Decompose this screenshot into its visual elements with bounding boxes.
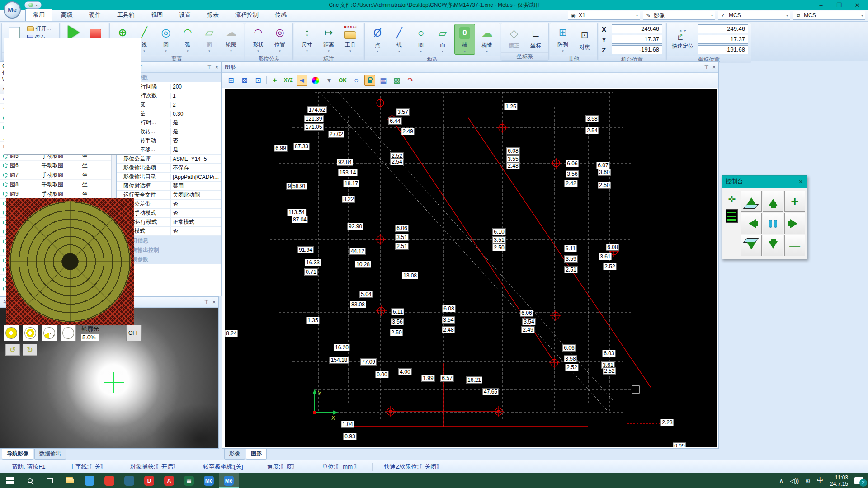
tab-流程控制[interactable]: 流程控制 bbox=[227, 9, 266, 21]
xyz-icon[interactable]: XYZ bbox=[283, 75, 294, 86]
property-value[interactable]: 不保存 bbox=[170, 164, 221, 172]
构造-线-button[interactable]: ╱线▾ bbox=[389, 24, 409, 54]
notification-icon[interactable]: 2 bbox=[854, 477, 863, 484]
其他-对焦-button[interactable]: ⊡对焦 bbox=[575, 26, 594, 52]
metus-icon-active[interactable]: Me bbox=[219, 473, 239, 488]
tree-row-圆9[interactable]: 圆9手动取圆坐 bbox=[0, 189, 116, 199]
app-dark-icon[interactable] bbox=[119, 473, 139, 488]
tab-数据输出[interactable]: 数据输出 bbox=[34, 449, 66, 460]
形位公差-位置-button[interactable]: ◎位置▾ bbox=[270, 24, 290, 54]
property-value[interactable]: [AppPath]\CADPi... bbox=[170, 174, 221, 180]
search-button[interactable] bbox=[20, 473, 40, 488]
zoom-window-icon[interactable]: ⊞ bbox=[226, 75, 236, 86]
tab-硬件[interactable]: 硬件 bbox=[81, 9, 108, 21]
start-button[interactable] bbox=[0, 473, 20, 488]
close-icon[interactable]: ✕ bbox=[798, 178, 803, 185]
property-value[interactable]: 否 bbox=[170, 227, 221, 235]
tab-导航影像[interactable]: 导航影像 bbox=[2, 449, 33, 460]
lock-icon[interactable] bbox=[364, 75, 375, 86]
close-panel-icon[interactable]: × bbox=[212, 299, 216, 305]
task-view-button[interactable] bbox=[40, 473, 60, 488]
quick-access-toolbar[interactable]: ▾ bbox=[24, 1, 42, 9]
rotate-cw-button[interactable]: ↻ bbox=[23, 344, 37, 356]
pin-icon[interactable]: ⊤ bbox=[204, 299, 209, 305]
要素-圆-button[interactable]: ◎圆▾ bbox=[156, 24, 176, 54]
fit-view-icon[interactable]: ⊠ bbox=[239, 75, 250, 86]
tree-row-圆7[interactable]: 圆7手动取圆坐 bbox=[0, 170, 116, 180]
形位公差-形状-button[interactable]: ◠形状▾ bbox=[248, 24, 268, 54]
property-value[interactable]: 否 bbox=[170, 137, 221, 145]
pin-icon[interactable]: ⊤ bbox=[704, 64, 709, 70]
selector-x1-0[interactable]: ◉X1▾ bbox=[568, 11, 640, 20]
app-browser-icon[interactable] bbox=[80, 473, 99, 488]
标注-工具-button[interactable]: BIAS.ini工具▾ bbox=[340, 24, 360, 54]
explorer-icon[interactable] bbox=[60, 473, 80, 488]
maximize-button[interactable]: ❐ bbox=[830, 0, 848, 10]
app-menu-button[interactable]: Me bbox=[4, 1, 21, 19]
tab-视图[interactable]: 视图 bbox=[143, 9, 170, 21]
select-cursor-icon[interactable]: ◄ bbox=[297, 75, 307, 86]
jog-z-down-button[interactable] bbox=[741, 235, 762, 256]
xyz-readout-icon[interactable] bbox=[726, 209, 738, 223]
jog-minus-button[interactable]: — bbox=[784, 235, 805, 256]
dropdown-icon[interactable]: ▾ bbox=[324, 75, 335, 86]
app-red-icon[interactable] bbox=[99, 473, 119, 488]
构造-圆-button[interactable]: ○圆▾ bbox=[411, 24, 431, 54]
selector-mcs-3[interactable]: ⧉MCS▾ bbox=[793, 11, 865, 20]
property-value[interactable]: 是 bbox=[170, 128, 221, 136]
selector-mcs-2[interactable]: ∠MCS▾ bbox=[718, 11, 790, 20]
redo-icon[interactable]: ↷ bbox=[405, 75, 416, 86]
jog-left-button[interactable] bbox=[741, 213, 762, 234]
light-off-button[interactable]: OFF bbox=[126, 325, 142, 341]
app-sheet-icon[interactable]: ▦ bbox=[179, 473, 199, 488]
tab-传感[interactable]: 传感 bbox=[267, 9, 294, 21]
property-value[interactable]: 是 bbox=[170, 146, 221, 154]
metus-icon[interactable]: Me bbox=[199, 473, 219, 488]
坐标系-坐标-button[interactable]: ∟坐标 bbox=[526, 25, 546, 51]
tab-影像[interactable]: 影像 bbox=[224, 449, 245, 460]
tab-工具箱[interactable]: 工具箱 bbox=[109, 9, 142, 21]
rotate-ccw-button[interactable]: ↺ bbox=[5, 344, 20, 356]
jog-down-button[interactable] bbox=[763, 235, 783, 256]
property-value[interactable]: 2 bbox=[170, 102, 221, 108]
property-value[interactable]: 0.30 bbox=[170, 111, 221, 117]
property-value[interactable]: 否 bbox=[170, 200, 221, 208]
crosshair-icon[interactable]: + bbox=[269, 75, 280, 86]
ime-indicator[interactable]: 中 bbox=[817, 476, 824, 485]
ok-icon[interactable]: OK bbox=[337, 75, 348, 86]
tab-高级[interactable]: 高级 bbox=[53, 9, 80, 21]
tab-常用[interactable]: 常用 bbox=[25, 9, 52, 21]
jog-z-up-button[interactable] bbox=[741, 191, 762, 212]
property-value[interactable]: 否 bbox=[170, 209, 221, 217]
close-panel-icon[interactable]: × bbox=[712, 64, 716, 70]
jog-plus-button[interactable]: + bbox=[784, 191, 805, 212]
标注-尺寸-button[interactable]: ↕尺寸▾ bbox=[297, 24, 317, 54]
要素-弧-button[interactable]: ◠弧▾ bbox=[178, 24, 198, 54]
property-value[interactable]: 200 bbox=[170, 84, 221, 90]
ring-light-diagram[interactable] bbox=[9, 201, 131, 322]
tree-row-圆8[interactable]: 圆8手动取圆坐 bbox=[0, 180, 116, 189]
jog-right-button[interactable] bbox=[784, 213, 805, 234]
volume-icon[interactable]: ◁)) bbox=[790, 477, 799, 484]
构造-构造-button[interactable]: ☁构造▾ bbox=[477, 24, 497, 54]
property-value[interactable]: 是 bbox=[170, 119, 221, 127]
light-sector-multi-button[interactable] bbox=[61, 325, 76, 341]
light-ring-full-button[interactable] bbox=[4, 325, 19, 341]
circle-select-icon[interactable]: ○ bbox=[351, 75, 362, 86]
network-icon[interactable]: ⊕ bbox=[805, 477, 811, 484]
要素-轮廓-button[interactable]: ☁轮廓▾ bbox=[221, 24, 241, 54]
构造-面-button[interactable]: ▱面▾ bbox=[433, 24, 453, 54]
jog-pause-button[interactable] bbox=[763, 213, 783, 234]
ring-light-center[interactable] bbox=[62, 253, 78, 270]
jog-up-button[interactable] bbox=[763, 191, 783, 212]
scene-icon[interactable]: ▩ bbox=[392, 75, 402, 86]
light-sector-button[interactable] bbox=[42, 325, 57, 341]
cad-canvas[interactable]: Y X 174.62121.39171.053.576.442.4927.021… bbox=[225, 89, 717, 447]
close-button[interactable]: ✕ bbox=[848, 0, 866, 10]
tree-row-圆6[interactable]: 圆6手动取圆坐 bbox=[0, 161, 116, 170]
构造-点-button[interactable]: Ø点▾ bbox=[368, 24, 387, 54]
property-value[interactable]: 1 bbox=[170, 93, 221, 99]
构造-槽-button[interactable]: 0槽▾ bbox=[454, 24, 475, 55]
其他-阵列-button[interactable]: ⊞阵列▾ bbox=[553, 24, 573, 54]
tab-设置[interactable]: 设置 bbox=[171, 9, 198, 21]
